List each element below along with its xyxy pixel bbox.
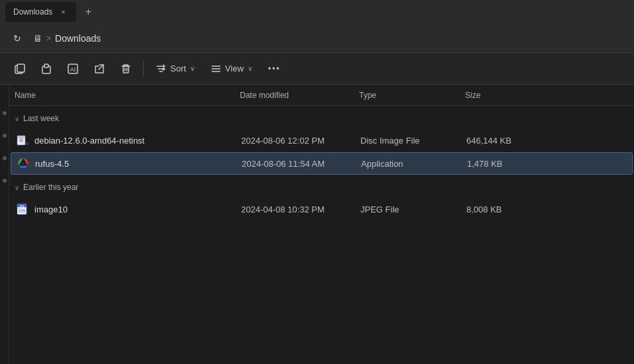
rufus-icon (17, 157, 30, 170)
col-date: Date modified (235, 91, 354, 100)
jpeg-file-icon: JPG (16, 203, 29, 216)
col-type: Type (354, 91, 460, 100)
svg-point-10 (21, 140, 22, 141)
file-name-cell: rufus-4.5 (11, 157, 237, 170)
svg-text:JPG: JPG (19, 205, 24, 208)
delete-icon (120, 63, 132, 75)
disc-image-icon: ISO (16, 134, 29, 147)
svg-rect-8 (17, 136, 25, 138)
group-last-week[interactable]: ∨ Last week (9, 109, 634, 128)
col-size: Size (460, 91, 553, 100)
more-icon: ••• (268, 64, 281, 73)
view-button[interactable]: View ∨ (204, 57, 259, 81)
toolbar-separator (143, 61, 144, 77)
group-chevron-icon: ∨ (15, 184, 19, 191)
tab-bar: Downloads × + (0, 0, 634, 24)
more-options-button[interactable]: ••• (262, 57, 288, 81)
active-tab[interactable]: Downloads × (5, 2, 76, 22)
copy-path-icon (14, 63, 26, 75)
ai-icon: AI (67, 63, 79, 75)
sidebar-indicator (3, 134, 7, 138)
sidebar-strip (0, 85, 9, 364)
file-date: 2024-08-06 11:54 AM (237, 159, 356, 169)
toolbar: AI Sort ∨ View ∨ ••• (0, 53, 634, 85)
refresh-button[interactable]: ↻ (8, 29, 26, 48)
ai-button[interactable]: AI (61, 57, 85, 81)
table-row[interactable]: rufus-4.5 2024-08-06 11:54 AM Applicatio… (11, 152, 633, 175)
column-headers: Name Date modified Type Size (9, 85, 634, 106)
svg-rect-1 (17, 64, 25, 72)
svg-rect-6 (123, 66, 129, 73)
address-bar: ↻ 🖥 > Downloads (0, 24, 634, 53)
sort-button[interactable]: Sort ∨ (149, 57, 201, 81)
file-size: 1,478 KB (462, 159, 555, 169)
share-icon (93, 63, 105, 75)
table-row[interactable]: ISO debian-12.6.0-amd64-netinst 2024-08-… (11, 129, 633, 152)
file-type: Application (356, 159, 462, 169)
file-name: debian-12.6.0-amd64-netinst (34, 136, 144, 146)
file-name-cell: ISO debian-12.6.0-amd64-netinst (11, 134, 236, 147)
sort-arrow: ∨ (190, 65, 195, 72)
table-row[interactable]: JPG image10 2024-04-08 10:32 PM JPEG Fil… (11, 198, 633, 220)
breadcrumb-separator: > (46, 34, 51, 43)
computer-icon: 🖥 (33, 33, 42, 44)
sidebar-indicator (3, 111, 7, 115)
group-label: Earlier this year (23, 183, 78, 192)
file-size: 8,008 KB (461, 205, 554, 214)
breadcrumb-location: Downloads (55, 33, 101, 44)
view-icon (211, 64, 221, 74)
paste-icon (40, 63, 52, 75)
svg-rect-3 (44, 64, 48, 68)
delete-button[interactable] (114, 57, 138, 81)
svg-point-19 (20, 209, 21, 210)
svg-text:AI: AI (70, 66, 76, 73)
sort-label: Sort (170, 64, 186, 73)
group-label: Last week (23, 114, 59, 123)
tab-title: Downloads (13, 7, 52, 17)
sidebar-indicator (3, 179, 7, 183)
tab-close-button[interactable]: × (58, 7, 68, 17)
file-name-cell: JPG image10 (11, 203, 236, 216)
copy-path-button[interactable] (8, 57, 32, 81)
group-earlier-this-year[interactable]: ∨ Earlier this year (9, 177, 634, 197)
file-name: rufus-4.5 (35, 159, 69, 169)
file-date: 2024-04-08 10:32 PM (236, 205, 355, 214)
paste-button[interactable] (34, 57, 58, 81)
sidebar-indicator (3, 156, 7, 160)
file-list: Name Date modified Type Size ∨ Last week (9, 85, 634, 364)
file-type: JPEG File (355, 205, 461, 214)
refresh-icon: ↻ (13, 33, 21, 44)
share-button[interactable] (87, 57, 111, 81)
svg-text:ISO: ISO (26, 142, 28, 146)
sort-icon (156, 64, 166, 74)
file-date: 2024-08-06 12:02 PM (236, 136, 355, 146)
col-name: Name (9, 91, 235, 100)
file-size: 646,144 KB (461, 136, 554, 146)
svg-point-14 (23, 163, 24, 164)
breadcrumb: 🖥 > Downloads (33, 33, 626, 44)
view-label: View (225, 64, 244, 73)
file-type: Disc Image File (355, 136, 461, 146)
new-tab-button[interactable]: + (79, 3, 97, 21)
file-name: image10 (34, 205, 68, 214)
view-arrow: ∨ (248, 65, 252, 72)
group-chevron-icon: ∨ (15, 115, 19, 122)
file-area: Name Date modified Type Size ∨ Last week (0, 85, 634, 364)
